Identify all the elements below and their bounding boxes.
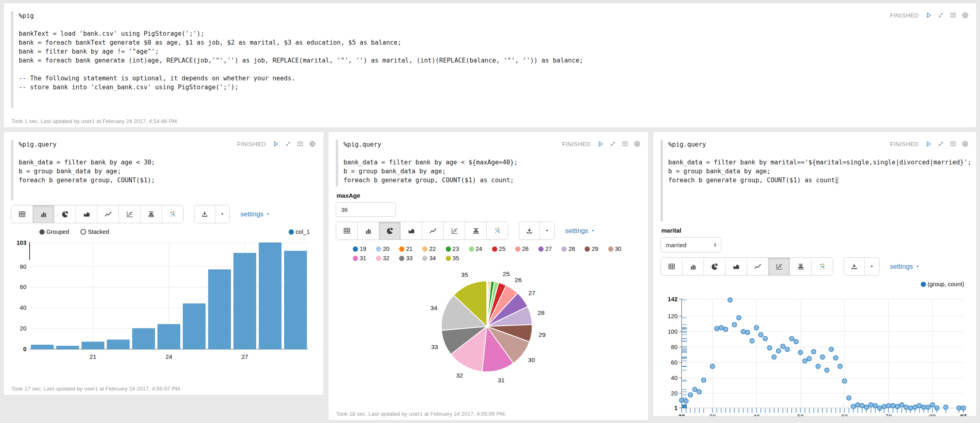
chart-type-pie-button[interactable] (704, 258, 725, 275)
chart-type-stacked-bars-button[interactable] (140, 205, 162, 223)
settings-toggle[interactable]: settings (890, 263, 920, 270)
svg-text:120: 120 (668, 313, 678, 319)
area-chart-icon (82, 210, 91, 218)
chart-type-area-button[interactable] (76, 205, 97, 223)
chart-type-pie-button[interactable] (54, 205, 76, 223)
pie-legend-item-26[interactable]: 26 (515, 246, 529, 252)
paragraph-settings-icon[interactable] (961, 140, 969, 148)
svg-text:142: 142 (668, 296, 678, 302)
paragraph-settings-icon[interactable] (309, 140, 316, 148)
show-editor-icon[interactable] (296, 140, 304, 148)
svg-text:31: 31 (498, 377, 505, 384)
settings-label: settings (565, 227, 588, 235)
download-options-caret[interactable] (215, 205, 229, 223)
chart-type-scatter-button[interactable] (768, 258, 790, 275)
pie-legend-item-20[interactable]: 20 (376, 246, 389, 252)
legend-label: 34 (429, 255, 436, 261)
paragraph-control-tray: FINISHED (237, 140, 316, 148)
pie-legend-item-19[interactable]: 19 (353, 246, 366, 252)
collapse-output-icon[interactable] (937, 140, 945, 148)
chart-type-stacked-bars-button[interactable] (465, 222, 487, 240)
code-editor[interactable]: %pig.query bank_data = filter bank by ag… (11, 140, 316, 200)
pie-legend-item-30[interactable]: 30 (608, 246, 622, 252)
svg-text:34: 34 (430, 304, 438, 311)
series-color-dot (608, 246, 613, 252)
pie-legend-item-29[interactable]: 29 (585, 246, 598, 252)
chart-type-bar-button[interactable] (682, 258, 704, 275)
collapse-output-icon[interactable] (937, 11, 945, 19)
legend-toggle-grouped[interactable]: Grouped (39, 229, 69, 235)
settings-toggle[interactable]: settings (565, 227, 595, 235)
legend-toggle-stacked[interactable]: Stacked (80, 229, 109, 235)
settings-toggle[interactable]: settings (240, 210, 270, 218)
pie-legend-item-33[interactable]: 33 (399, 255, 412, 261)
chart-type-line-button[interactable] (747, 258, 768, 275)
marital-select[interactable]: married ▲▼ (661, 237, 721, 253)
scatter-legend-item[interactable]: (group, count) (921, 281, 964, 287)
table-chart-icon (18, 210, 26, 218)
svg-text:24: 24 (166, 353, 173, 360)
pie-legend-item-28[interactable]: 28 (561, 246, 575, 252)
show-editor-icon[interactable] (949, 11, 957, 19)
paragraph-status-badge: FINISHED (890, 141, 919, 147)
download-button-group (194, 205, 230, 223)
paragraph-control-tray: FINISHED (562, 140, 641, 148)
stacked-bars-chart-icon (472, 227, 480, 235)
chart-type-table-button[interactable] (336, 222, 358, 240)
chart-type-area-button[interactable] (401, 222, 422, 240)
pie-legend-item-32[interactable]: 32 (376, 255, 389, 261)
pie-legend-item-23[interactable]: 23 (446, 246, 459, 252)
download-options-caret[interactable] (540, 222, 554, 240)
bubble-chart-icon (168, 210, 177, 218)
pie-chart-icon (710, 262, 719, 271)
chart-type-line-button[interactable] (422, 222, 444, 240)
collapse-output-icon[interactable] (284, 140, 292, 148)
paragraph-control-tray: FINISHED (890, 140, 969, 148)
chart-type-stacked-bars-button[interactable] (790, 258, 812, 275)
maxage-input[interactable] (336, 202, 396, 217)
pie-legend-item-31[interactable]: 31 (353, 255, 366, 261)
pie-legend-item-24[interactable]: 24 (469, 246, 482, 252)
chart-type-bar-button[interactable] (33, 205, 54, 223)
series-color-dot (399, 246, 404, 252)
pie-legend-item-21[interactable]: 21 (399, 246, 412, 252)
chart-type-bubble-button[interactable] (812, 258, 833, 275)
code-editor[interactable]: %pig bankText = load 'bank.csv' using Pi… (11, 11, 969, 108)
code-editor[interactable]: %pig.query bank_data = filter bank by ma… (661, 140, 969, 221)
show-editor-icon[interactable] (949, 140, 957, 148)
download-data-button[interactable] (844, 258, 865, 275)
chart-type-bubble-button[interactable] (162, 205, 183, 223)
run-paragraph-icon[interactable] (925, 140, 933, 148)
chart-type-area-button[interactable] (725, 258, 747, 275)
paragraph-settings-icon[interactable] (633, 140, 641, 148)
pie-legend-item-25[interactable]: 25 (492, 246, 505, 252)
run-paragraph-icon[interactable] (925, 11, 933, 19)
pie-legend-item-34[interactable]: 34 (422, 255, 436, 261)
download-button-group (519, 222, 555, 240)
code-line: -- The following statement is optional, … (19, 74, 969, 83)
download-data-button[interactable] (194, 205, 215, 223)
chart-type-table-button[interactable] (661, 258, 682, 275)
collapse-output-icon[interactable] (609, 140, 617, 148)
run-paragraph-icon[interactable] (272, 140, 280, 148)
series-color-dot (446, 246, 451, 252)
legend-label: 21 (406, 246, 412, 252)
chart-type-bubble-button[interactable] (487, 222, 508, 240)
scatter-chart-icon (450, 227, 459, 235)
download-data-button[interactable] (519, 222, 540, 240)
run-paragraph-icon[interactable] (597, 140, 604, 148)
download-options-caret[interactable] (865, 258, 879, 275)
paragraph-settings-icon[interactable] (961, 11, 969, 19)
pie-legend-item-27[interactable]: 27 (538, 246, 552, 252)
chart-type-line-button[interactable] (97, 205, 119, 223)
legend-series-col-1[interactable]: col_1 (289, 229, 310, 235)
pie-legend-item-22[interactable]: 22 (422, 246, 436, 252)
chart-type-table-button[interactable] (11, 205, 33, 223)
show-editor-icon[interactable] (621, 140, 629, 148)
chart-type-pie-button[interactable] (379, 222, 401, 240)
chart-type-scatter-button[interactable] (444, 222, 465, 240)
chart-type-scatter-button[interactable] (119, 205, 140, 223)
chart-type-bar-button[interactable] (358, 222, 379, 240)
paragraph-status-text: Took 17 sec. Last updated by user1 at Fe… (11, 386, 181, 392)
pie-legend-item-35[interactable]: 35 (446, 255, 459, 261)
